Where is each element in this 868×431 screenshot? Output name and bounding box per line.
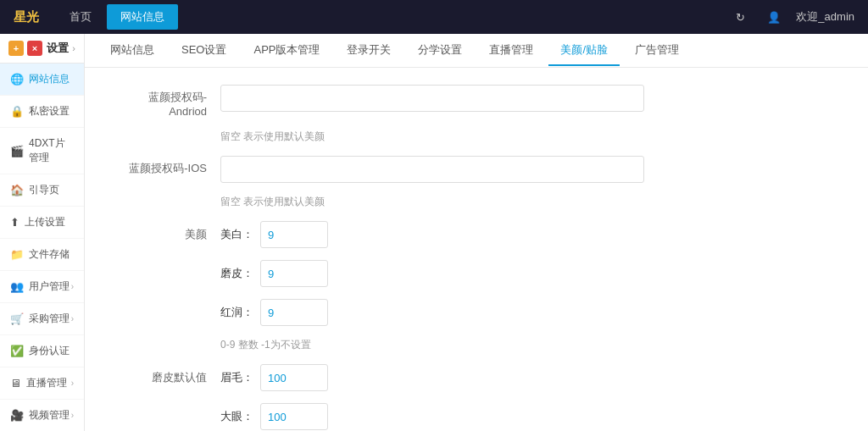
- beauty-mopi-sublabel: 磨皮：: [220, 266, 253, 281]
- sidebar-header-btns: + ×: [8, 41, 42, 56]
- sidebar-item-filestorage-label: 文件存储: [29, 247, 70, 262]
- android-hint-block: 留空 表示使用默认美颜: [110, 130, 843, 144]
- purchase-arrow-icon: ›: [71, 314, 74, 323]
- android-hint-text: 留空 表示使用默认美颜: [220, 130, 325, 144]
- sidebar-close-btn[interactable]: ×: [27, 41, 42, 56]
- default-meimaow-sublabel: 眉毛：: [220, 370, 253, 385]
- topbar-nav: 首页 网站信息: [56, 4, 178, 30]
- sidebar-item-guide-label: 引导页: [29, 183, 59, 197]
- sidebar-item-users-label: 用户管理: [29, 279, 70, 294]
- 4dxt-icon: 🎬: [10, 145, 24, 157]
- ios-hint-block: 留空 表示使用默认美颜: [110, 195, 843, 209]
- sidebar-item-video-label: 视频管理: [29, 408, 70, 423]
- tab-website-info[interactable]: 网站信息: [98, 36, 166, 66]
- sidebar-item-purchase-label: 采购管理: [29, 312, 70, 326]
- default-dayan-row: 大眼：: [110, 403, 843, 430]
- android-auth-row: 蓝颜授权码-Andriod: [110, 85, 843, 118]
- sidebar-item-4dxt-label: 4DXT片管理: [29, 136, 74, 165]
- upload-icon: ⬆: [10, 216, 19, 229]
- default-meimaow-row: 磨皮默认值 眉毛：: [110, 364, 843, 391]
- main-layout: + × 设置 › 🌐 网站信息 🔒 私密设置 🎬 4DXT片管理: [0, 34, 868, 431]
- filestorage-icon: 📁: [10, 248, 24, 261]
- sidebar-item-filestorage[interactable]: 📁 文件存储: [0, 239, 84, 271]
- ios-hint-text: 留空 表示使用默认美颜: [220, 195, 325, 209]
- private-icon: 🔒: [10, 105, 24, 118]
- sidebar-item-identity[interactable]: ✅ 身份认证: [0, 335, 84, 367]
- sidebar-expand-btn[interactable]: +: [8, 41, 24, 56]
- tab-app-version[interactable]: APP版本管理: [242, 36, 331, 66]
- sidebar-header: + × 设置 ›: [0, 34, 84, 64]
- beauty-label: 美颜: [110, 227, 220, 242]
- ios-auth-row: 蓝颜授权码-IOS: [110, 156, 843, 183]
- sidebar-item-video[interactable]: 🎥 视频管理 ›: [0, 400, 84, 431]
- beauty-hongrun-input[interactable]: [260, 299, 328, 326]
- beauty-hint-text: 0-9 整数 -1为不设置: [220, 338, 311, 352]
- beauty-baimei-row: 美颜 美白：: [110, 221, 843, 248]
- user-text: 欢迎_admin: [796, 9, 854, 25]
- sidebar-item-private-label: 私密设置: [29, 104, 70, 119]
- beauty-hongrun-sublabel: 红润：: [220, 305, 253, 320]
- default-dayan-input[interactable]: [260, 403, 328, 430]
- android-auth-input[interactable]: [220, 85, 644, 112]
- tab-live-manage[interactable]: 直播管理: [477, 36, 545, 66]
- android-auth-label: 蓝颜授权码-Andriod: [110, 85, 220, 118]
- tab-study[interactable]: 分学设置: [406, 36, 474, 66]
- sidebar-item-website-label: 网站信息: [29, 72, 70, 86]
- ios-auth-input[interactable]: [220, 156, 644, 183]
- sidebar-item-live-label: 直播管理: [26, 376, 67, 390]
- beauty-baimei-input[interactable]: [260, 221, 328, 248]
- sidebar-item-purchase[interactable]: 🛒 采购管理 ›: [0, 303, 84, 335]
- sub-tabs: 网站信息 SEO设置 APP版本管理 登录开关 分学设置 直播管理 美颜/贴脸 …: [85, 34, 868, 68]
- sidebar-item-upload[interactable]: ⬆ 上传设置: [0, 207, 84, 239]
- users-icon: 👥: [10, 280, 24, 293]
- ios-auth-input-wrap: [220, 156, 644, 183]
- users-arrow-icon: ›: [71, 282, 74, 291]
- user-icon[interactable]: 👤: [762, 5, 786, 29]
- sidebar: + × 设置 › 🌐 网站信息 🔒 私密设置 🎬 4DXT片管理: [0, 34, 85, 431]
- tab-seo[interactable]: SEO设置: [170, 36, 238, 66]
- tab-beauty[interactable]: 美颜/贴脸: [548, 36, 620, 66]
- tab-login-switch[interactable]: 登录开关: [335, 36, 403, 66]
- tab-ads[interactable]: 广告管理: [623, 36, 691, 66]
- topbar-right: ↻ 👤 欢迎_admin: [728, 5, 854, 29]
- sidebar-item-upload-label: 上传设置: [25, 215, 65, 229]
- beauty-hint-block: 0-9 整数 -1为不设置: [110, 338, 843, 352]
- default-dayan-sublabel: 大眼：: [220, 409, 253, 424]
- topbar: 星光 首页 网站信息 ↻ 👤 欢迎_admin: [0, 0, 868, 34]
- purchase-icon: 🛒: [10, 312, 24, 325]
- live-arrow-icon: ›: [71, 379, 74, 388]
- default-meimaow-input[interactable]: [260, 364, 328, 391]
- sidebar-item-identity-label: 身份认证: [29, 344, 70, 358]
- video-arrow-icon: ›: [71, 411, 74, 420]
- content-area: 网站信息 SEO设置 APP版本管理 登录开关 分学设置 直播管理 美颜/贴脸 …: [85, 34, 868, 431]
- ios-auth-label: 蓝颜授权码-IOS: [110, 156, 220, 176]
- topbar-left: 星光 首页 网站信息: [14, 4, 178, 30]
- sidebar-item-private[interactable]: 🔒 私密设置: [0, 96, 84, 128]
- sidebar-item-guide[interactable]: 🏠 引导页: [0, 174, 84, 207]
- website-icon: 🌐: [10, 73, 24, 86]
- nav-website-info[interactable]: 网站信息: [107, 4, 178, 30]
- beauty-hongrun-row: 红润：: [110, 299, 843, 326]
- default-label: 磨皮默认值: [110, 370, 220, 385]
- beauty-mopi-row: 磨皮：: [110, 260, 843, 287]
- video-icon: 🎥: [10, 409, 24, 422]
- refresh-icon[interactable]: ↻: [728, 5, 752, 29]
- beauty-mopi-input[interactable]: [260, 260, 328, 287]
- live-icon: 🖥: [10, 377, 21, 390]
- sidebar-item-users[interactable]: 👥 用户管理 ›: [0, 271, 84, 303]
- form-content: 蓝颜授权码-Andriod 留空 表示使用默认美颜 蓝颜授权码-IOS 留空 表…: [85, 68, 868, 431]
- android-auth-input-wrap: [220, 85, 644, 112]
- sidebar-item-live[interactable]: 🖥 直播管理 ›: [0, 367, 84, 400]
- sidebar-item-4dxt[interactable]: 🎬 4DXT片管理: [0, 128, 84, 174]
- topbar-logo: 星光: [14, 9, 39, 25]
- identity-icon: ✅: [10, 345, 24, 357]
- beauty-baimei-sublabel: 美白：: [220, 227, 253, 242]
- sidebar-title: 设置: [47, 41, 69, 56]
- sidebar-item-website[interactable]: 🌐 网站信息: [0, 64, 84, 96]
- guide-icon: 🏠: [10, 184, 24, 196]
- nav-home[interactable]: 首页: [56, 4, 105, 30]
- sidebar-chevron-icon[interactable]: ›: [72, 43, 75, 53]
